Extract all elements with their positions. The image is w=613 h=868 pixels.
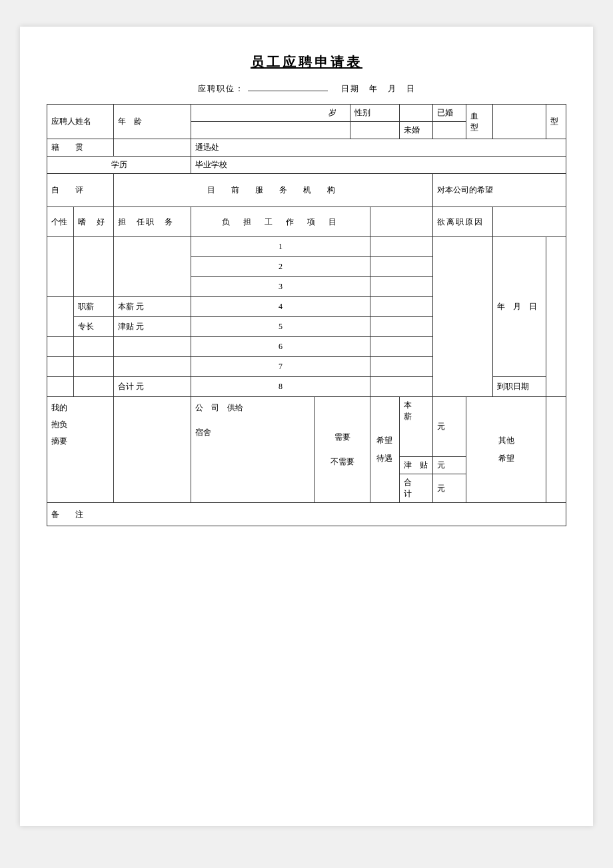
position-value3 [114, 357, 191, 377]
age-value2 [191, 122, 350, 139]
personality-value4 [47, 357, 74, 377]
table-row: 应聘人姓名 年 龄 岁 性别 已婚 血 型 型 [47, 105, 566, 122]
resign-label: 欲离职原因 [433, 207, 493, 237]
table-row: 1 年 月 日 [47, 237, 566, 257]
page-title: 员工应聘申请表 [47, 53, 566, 71]
origin-value [114, 139, 191, 157]
personality-value3 [47, 337, 74, 357]
hobby-value4 [74, 377, 114, 397]
base-salary-row: 本薪 元 [114, 297, 191, 317]
hobby-value3 [74, 357, 114, 377]
work-item-6: 6 [191, 337, 370, 357]
position-duty-label: 担 任职 务 [114, 207, 191, 237]
subtitle: 应聘职位： 日期 年 月 日 [47, 83, 566, 95]
blood-type-label: 血 型 [466, 105, 493, 139]
work-item-8: 8 [191, 377, 370, 397]
my-ambition-value [114, 397, 191, 503]
resign-value-main [433, 237, 493, 397]
personality-value2 [47, 297, 74, 337]
work-item-1: 1 [191, 237, 370, 257]
work-item-4-value [370, 297, 432, 317]
contact-label: 通迅处 [191, 139, 566, 157]
work-item-1-value [370, 237, 432, 257]
base-salary-label-bottom: 本 薪 [400, 397, 433, 457]
table-row: 备 注 [47, 503, 566, 526]
position-value [114, 237, 191, 297]
personality-value [47, 237, 74, 297]
current-org-label: 目 前 服 务 机 构 [114, 174, 433, 207]
allowance-value-bottom: 元 [433, 457, 466, 474]
need-label: 需要 不需要 [314, 397, 370, 503]
table-row: 籍 贯 通迅处 [47, 139, 566, 157]
resign-value [493, 207, 566, 237]
work-item-3: 3 [191, 277, 370, 297]
education-label: 学历 [47, 157, 191, 174]
company-provide-label: 公 司 供给 宿舍 [191, 397, 315, 503]
arrival-date-label: 到职日期 [493, 377, 546, 397]
hobby-label: 嗜 好 [74, 207, 114, 237]
work-item-2: 2 [191, 257, 370, 277]
applicant-name-label: 应聘人姓名 [47, 105, 114, 139]
work-item-2-value [370, 257, 432, 277]
position-value2 [114, 337, 191, 357]
allowance-row: 津贴 元 [114, 317, 191, 337]
total-row: 合计 元 [114, 377, 191, 397]
personality-value5 [47, 377, 74, 397]
age-label: 年 龄 [114, 105, 191, 139]
blood-type-value [493, 105, 546, 139]
married-label: 已婚 [433, 105, 466, 122]
main-table: 应聘人姓名 年 龄 岁 性别 已婚 血 型 型 [47, 104, 566, 526]
my-ambition-label: 我的 抱负 摘要 [47, 397, 114, 503]
work-item-value [370, 207, 432, 237]
work-item-7: 7 [191, 357, 370, 377]
work-item-4: 4 [191, 297, 370, 317]
type-label: 型 [546, 105, 566, 139]
gender-value-cell [400, 105, 433, 122]
total-value-bottom: 元 [433, 474, 466, 503]
hope-treatment-label: 希望 待遇 [370, 397, 399, 503]
gender-value2 [350, 122, 400, 139]
personality-label: 个性 [47, 207, 74, 237]
hope-label: 对本公司的希望 [433, 174, 566, 207]
work-item-7-value [370, 357, 432, 377]
remarks-label: 备 注 [47, 503, 566, 526]
date-label: 日期 年 月 日 [341, 84, 416, 93]
position-label: 应聘职位： [198, 84, 245, 93]
specialty-label: 专长 [74, 317, 114, 337]
gender-label: 性别 [350, 105, 400, 122]
hobby-value2 [74, 337, 114, 357]
other-label: 其他 希望 [466, 397, 546, 503]
age-value-cell: 岁 [191, 105, 350, 122]
work-item-3-value [370, 277, 432, 297]
origin-label: 籍 贯 [47, 139, 114, 157]
work-item-8-value [370, 377, 432, 397]
table-row: 自 评 目 前 服 务 机 构 对本公司的希望 [47, 174, 566, 207]
table-row: 学历 毕业学校 [47, 157, 566, 174]
work-item-5-value [370, 317, 432, 337]
self-eval-label: 自 评 [47, 174, 114, 207]
hobby-value [74, 237, 114, 297]
work-item-6-value [370, 337, 432, 357]
salary-label: 职薪 [74, 297, 114, 317]
work-item-5: 5 [191, 317, 370, 337]
table-row: 个性 嗜 好 担 任职 务 负 担 工 作 项 目 欲离职原因 [47, 207, 566, 237]
year-month-day: 年 月 日 [493, 237, 546, 377]
total-label-bottom: 合 计 [400, 474, 433, 503]
work-item-label: 负 担 工 作 项 目 [191, 207, 370, 237]
other-value [546, 397, 566, 503]
allowance-label-bottom: 津 贴 [400, 457, 433, 474]
unmarried-label: 未婚 [400, 122, 433, 139]
page: 员工应聘申请表 应聘职位： 日期 年 月 日 应聘人姓名 年 龄 岁 性别 已婚 [20, 27, 593, 826]
base-salary-value-bottom: 元 [433, 397, 466, 457]
table-row: 我的 抱负 摘要 公 司 供给 宿舍 需要 不需要 希望 待遇 本 薪 [47, 397, 566, 457]
school-label: 毕业学校 [191, 157, 566, 174]
